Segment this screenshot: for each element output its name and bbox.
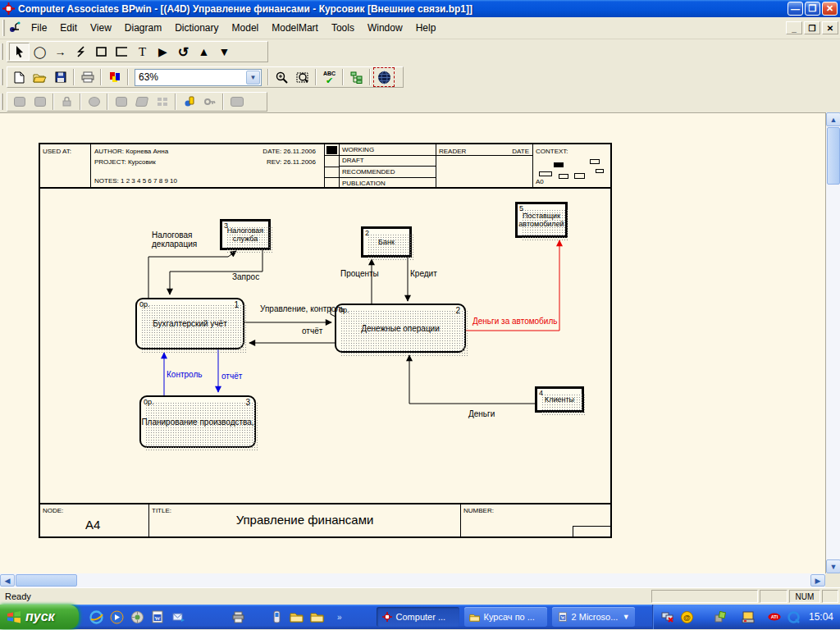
device-status-icon[interactable] [714,610,727,623]
open-file-icon[interactable] [30,68,50,86]
arrow-label-report-blue[interactable]: отчёт [221,372,242,381]
menu-item-diagram[interactable]: Diagram [118,20,168,36]
go-down-icon[interactable]: ▼ [214,43,235,61]
menu-item-edit[interactable]: Edit [53,20,84,36]
group-dropdown-arrow-icon[interactable]: ▼ [623,613,630,621]
arrow-tax-declaration[interactable] [148,251,236,298]
web-publish-globe-icon[interactable] [373,67,395,87]
arrow-label-money[interactable]: Деньги [468,409,495,418]
horizontal-scrollbar-track[interactable] [78,573,810,587]
quick-launch-overflow-chevron-icon[interactable]: » [337,613,342,622]
pointer-tool-icon[interactable] [9,43,30,61]
scroll-down-arrow-icon[interactable]: ▼ [826,559,840,573]
arrow-label-request[interactable]: Запрос [232,272,259,281]
menu-item-tools[interactable]: Tools [325,20,361,36]
media-player-icon[interactable] [109,609,124,624]
minimize-button[interactable]: — [788,2,803,16]
zoom-area-icon[interactable] [292,68,313,86]
modelmart-sync-icon[interactable] [84,93,104,111]
color-palette-icon[interactable] [104,68,125,86]
close-button[interactable]: ✕ [822,2,838,16]
go-to-child-icon[interactable]: ▶ [153,43,173,61]
spell-check-icon[interactable]: ABC ✔ [319,68,340,86]
go-up-icon[interactable]: ▲ [194,43,214,61]
model-explorer-icon[interactable] [346,68,367,86]
network-disconnected-icon[interactable] [661,610,674,623]
rotate-icon[interactable]: ↺ [173,43,194,61]
diagram-area[interactable]: 3 Налоговая служба 2 Банк 5 Поставщик ав… [40,190,610,504]
taskbar-button-bpwin[interactable]: Computer ... [377,607,459,627]
modelmart-checkin-icon[interactable] [30,93,50,111]
menu-item-model[interactable]: Model [226,20,266,36]
menubar-grip[interactable] [2,20,5,36]
start-button[interactable]: пуск [0,605,79,629]
modelmart-checkout-icon[interactable] [9,93,30,111]
vertical-scrollbar-thumb[interactable] [827,127,840,185]
squiggle-tool-icon[interactable] [71,43,91,61]
menu-item-file[interactable]: File [25,20,53,36]
standard-toolbar-grip[interactable] [1,69,3,85]
external-box-tax-service[interactable]: 3 Налоговая служба [220,219,271,250]
modelmart-users-icon[interactable] [226,93,247,111]
activity-box-accounting[interactable]: 0р. 1 Бухгалтерский учёт [135,298,244,349]
mdi-close-button[interactable]: ✕ [822,21,838,34]
vertical-scrollbar-track[interactable] [826,185,840,559]
modelmart-lock-icon[interactable] [57,93,77,111]
menu-item-modelmart[interactable]: ModelMart [265,20,325,36]
outlook-express-icon[interactable] [171,609,185,624]
usb-device-icon[interactable] [269,609,284,624]
menu-item-window[interactable]: Window [361,20,409,36]
printer-tray-icon[interactable] [231,609,245,624]
arrow-label-control-management[interactable]: Управление, контроль [260,304,345,313]
zoom-input[interactable] [135,71,246,83]
arrow-label-interest[interactable]: Проценты [340,269,379,278]
external-box-bank[interactable]: 2 Банк [361,226,412,258]
menu-item-dictionary[interactable]: Dictionary [168,20,225,36]
save-icon[interactable] [50,68,71,86]
horizontal-scrollbar-thumb[interactable] [16,574,77,587]
diagram-document-icon[interactable] [8,21,21,34]
ati-icon[interactable]: ATI [768,610,781,623]
display-settings-icon[interactable] [742,610,755,623]
text-tool-icon[interactable]: T [132,43,153,61]
zoom-in-icon[interactable] [272,68,292,86]
arrow-label-money-for-car[interactable]: Деньги за автомобиль [472,317,557,326]
arrow-label-credit[interactable]: Кредит [410,269,437,278]
dialer-at-icon[interactable]: @ [681,610,694,623]
scroll-right-arrow-icon[interactable]: ▶ [810,574,825,587]
restore-button[interactable]: ❐ [805,2,820,16]
modelmart-edit-icon[interactable] [131,93,152,111]
external-reference-tool-icon[interactable] [112,43,132,61]
arrow-label-tax-declaration[interactable]: Налоговая декларация [152,231,203,249]
folder-icon[interactable] [310,609,325,624]
print-icon[interactable] [77,68,98,86]
modelmart-grid-icon[interactable] [152,93,172,111]
box-tool-icon[interactable] [91,43,112,61]
new-document-icon[interactable] [9,68,30,86]
word-icon[interactable]: W [150,609,165,624]
external-box-car-supplier[interactable]: 5 Поставщик автомобилей [515,202,568,238]
menu-item-help[interactable]: Help [409,20,443,36]
modelmart-key-icon[interactable] [199,93,220,111]
menu-item-view[interactable]: View [84,20,118,36]
diagram-canvas[interactable]: USED AT: AUTHOR: Корнева Анна DATE: 26.1… [0,112,825,573]
external-box-clients[interactable]: 4 Клиенты [535,386,584,413]
folder-icon[interactable] [290,609,304,624]
activity-box-production-planning[interactable]: 0р. 3 Планирование производства, [139,395,256,448]
zoom-combobox[interactable]: ▼ [135,69,262,86]
quicktime-icon[interactable] [788,610,801,623]
zoom-dropdown-arrow-icon[interactable]: ▼ [246,71,260,84]
arrow-label-control-blue[interactable]: Контроль [167,370,202,379]
horizontal-scrollbar[interactable]: ◀ ▶ [0,573,825,587]
modelmart-toolbar-grip[interactable] [1,94,3,110]
taskbar-button-word-group[interactable]: W 2 Microso... ▼ [552,607,635,627]
scroll-left-arrow-icon[interactable]: ◀ [0,574,15,587]
media-player-classic-icon[interactable] [130,609,144,624]
drawing-toolbar-grip[interactable] [1,43,3,60]
arrow-label-report[interactable]: отчёт [302,326,322,336]
scroll-up-arrow-icon[interactable]: ▲ [826,112,840,126]
modelmart-user-icon[interactable] [179,93,199,111]
vertical-scrollbar[interactable]: ▲ ▼ [825,112,840,573]
mdi-restore-button[interactable]: ❐ [804,21,820,34]
modelmart-refresh-icon[interactable] [111,93,131,111]
